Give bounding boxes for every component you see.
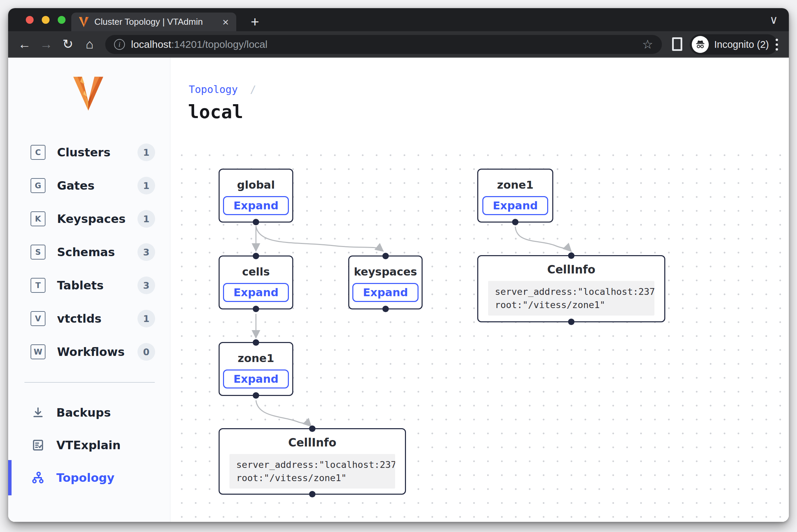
- port-dot: [253, 219, 259, 225]
- port-dot: [253, 253, 259, 259]
- topology-graph: global Expand zone1 Expand cells Expand …: [8, 8, 789, 522]
- edge-zone1-cellinfo-bottom: [256, 400, 310, 425]
- port-dot: [382, 253, 389, 259]
- node-cellinfo-right: CellInfo server_address:"localhost:2379"…: [477, 255, 665, 322]
- cellinfo-root: root:"/vitess/zone1": [236, 471, 388, 484]
- edge-zone1-cellinfo: [515, 227, 570, 250]
- node-title: CellInfo: [547, 263, 595, 276]
- node-zone1-mid: zone1 Expand: [219, 342, 293, 396]
- port-dot: [253, 392, 259, 399]
- node-title: CellInfo: [288, 436, 336, 449]
- browser-window: Cluster Topology | VTAdmin × + ∨ ← → ↻ ⌂…: [8, 8, 789, 522]
- port-dot: [382, 306, 389, 312]
- vtadmin-app: C Clusters 1 G Gates 1 K Keyspaces 1 S S…: [8, 58, 789, 522]
- cellinfo-code: server_address:"localhost:2379" root:"/v…: [229, 454, 395, 489]
- node-cells: cells Expand: [219, 255, 293, 309]
- expand-button-zone1-top[interactable]: Expand: [482, 196, 549, 215]
- node-title: zone1: [497, 178, 533, 191]
- expand-button-zone1-mid[interactable]: Expand: [223, 369, 289, 388]
- port-dot: [253, 306, 259, 312]
- cellinfo-server-address: server_address:"localhost:2379": [236, 458, 388, 471]
- port-dot: [568, 319, 575, 325]
- expand-button-keyspaces[interactable]: Expand: [352, 283, 419, 302]
- node-title: cells: [242, 265, 270, 278]
- node-title: zone1: [238, 352, 274, 365]
- node-title: keyspaces: [354, 265, 417, 278]
- expand-button-global[interactable]: Expand: [223, 196, 289, 215]
- port-dot: [512, 219, 519, 225]
- port-dot: [309, 425, 316, 432]
- port-dot: [253, 339, 259, 346]
- node-title: global: [237, 178, 275, 191]
- edge-global-keyspaces: [256, 226, 382, 250]
- port-dot: [309, 491, 316, 497]
- expand-button-cells[interactable]: Expand: [223, 283, 289, 302]
- cellinfo-server-address: server_address:"localhost:2379": [495, 285, 648, 298]
- cellinfo-code: server_address:"localhost:2379" root:"/v…: [488, 281, 654, 316]
- node-zone1-top: zone1 Expand: [477, 169, 553, 223]
- node-cellinfo-bottom: CellInfo server_address:"localhost:2379"…: [219, 428, 406, 495]
- cellinfo-root: root:"/vitess/zone1": [495, 298, 648, 311]
- node-keyspaces: keyspaces Expand: [348, 255, 423, 309]
- node-global: global Expand: [219, 169, 293, 223]
- port-dot: [568, 252, 575, 259]
